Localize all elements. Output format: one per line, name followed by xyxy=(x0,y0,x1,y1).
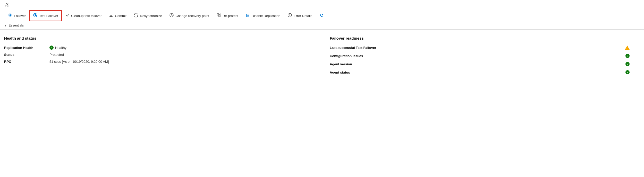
svg-rect-5 xyxy=(247,14,249,17)
last-test-failover-row: Last successful Test Failover xyxy=(330,46,640,50)
error-details-label: Error Details xyxy=(294,14,312,18)
cleanup-test-failover-label: Cleanup test failover xyxy=(71,14,102,18)
status-row: Status Protected xyxy=(4,53,314,57)
failover-readiness-section: Failover readiness Last successful Test … xyxy=(330,36,640,78)
health-status-title: Health and status xyxy=(4,36,314,40)
test-failover-icon xyxy=(33,13,38,19)
toolbar: Failover Test Failover Cleanup test fail… xyxy=(0,10,644,21)
rpo-value: 51 secs [As on 10/19/2020, 9:20:00 AM] xyxy=(49,60,109,64)
last-test-failover-label: Last successful Test Failover xyxy=(330,46,376,50)
replication-health-row: Replication Health Healthy xyxy=(4,46,314,50)
svg-rect-3 xyxy=(217,14,219,15)
replication-health-label: Replication Health xyxy=(4,46,45,50)
warning-triangle-icon xyxy=(625,46,630,50)
replication-health-value: Healthy xyxy=(49,46,66,50)
error-details-button[interactable]: Error Details xyxy=(284,10,316,21)
healthy-icon xyxy=(49,46,54,50)
resynchronize-button[interactable]: Resynchronize xyxy=(130,10,166,21)
configuration-issues-label: Configuration issues xyxy=(330,54,363,58)
svg-rect-1 xyxy=(109,16,113,17)
print-icon[interactable]: 🖨 xyxy=(4,2,9,8)
rpo-row: RPO 51 secs [As on 10/19/2020, 9:20:00 A… xyxy=(4,60,314,64)
re-protect-button[interactable]: Re-protect xyxy=(213,10,242,21)
refresh-button[interactable] xyxy=(316,10,328,21)
disable-replication-icon xyxy=(245,13,250,19)
resynchronize-label: Resynchronize xyxy=(140,14,162,18)
configuration-issues-row: Configuration issues xyxy=(330,54,640,58)
configuration-issues-ok-icon xyxy=(625,54,630,58)
essentials-chevron: ∨ xyxy=(4,24,6,27)
test-failover-label: Test Failover xyxy=(39,14,58,18)
commit-label: Commit xyxy=(115,14,126,18)
failover-readiness-title: Failover readiness xyxy=(330,36,640,40)
top-bar: 🖨 xyxy=(0,0,644,10)
agent-version-label: Agent version xyxy=(330,62,352,66)
failover-icon xyxy=(8,13,12,19)
svg-point-7 xyxy=(290,16,290,16)
refresh-icon xyxy=(319,13,324,19)
change-recovery-point-button[interactable]: Change recovery point xyxy=(166,10,213,21)
change-recovery-point-icon xyxy=(169,13,174,19)
test-failover-button[interactable]: Test Failover xyxy=(29,10,62,21)
svg-rect-4 xyxy=(219,15,220,17)
re-protect-label: Re-protect xyxy=(223,14,238,18)
status-label: Status xyxy=(4,53,45,57)
rpo-label: RPO xyxy=(4,60,45,64)
health-status-section: Health and status Replication Health Hea… xyxy=(4,36,314,78)
disable-replication-button[interactable]: Disable Replication xyxy=(242,10,284,21)
last-test-failover-status xyxy=(625,46,630,50)
disable-replication-label: Disable Replication xyxy=(252,14,280,18)
cleanup-test-failover-button[interactable]: Cleanup test failover xyxy=(62,11,105,21)
essentials-bar[interactable]: ∨ Essentials xyxy=(0,21,644,30)
status-value: Protected xyxy=(49,53,64,57)
agent-status-row: Agent status xyxy=(330,70,640,74)
failover-button[interactable]: Failover xyxy=(4,10,29,21)
commit-icon xyxy=(109,13,113,19)
re-protect-icon xyxy=(216,13,221,19)
change-recovery-point-label: Change recovery point xyxy=(175,14,209,18)
agent-version-ok-icon xyxy=(625,62,630,66)
cleanup-icon xyxy=(65,13,70,18)
agent-status-ok-icon xyxy=(625,70,630,74)
failover-label: Failover xyxy=(14,14,26,18)
error-details-icon xyxy=(287,13,292,19)
resynchronize-icon xyxy=(134,13,138,19)
main-content: Health and status Replication Health Hea… xyxy=(0,30,644,85)
commit-button[interactable]: Commit xyxy=(105,10,130,21)
agent-status-label: Agent status xyxy=(330,70,350,74)
agent-version-row: Agent version xyxy=(330,62,640,66)
essentials-label: Essentials xyxy=(9,23,24,27)
